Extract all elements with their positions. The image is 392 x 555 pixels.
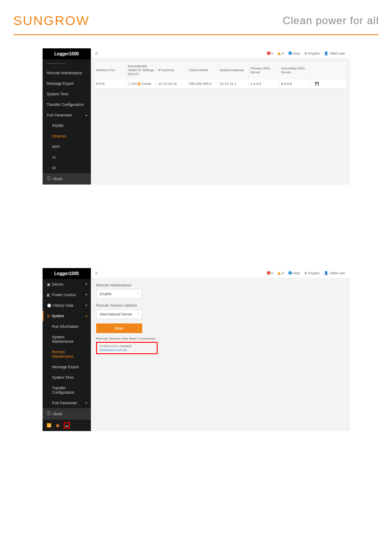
remote-maint-select[interactable]: Enable — [96, 289, 142, 299]
sidebar-label: History Data — [53, 303, 74, 308]
user-label: O&M user — [329, 271, 345, 275]
sidebar-sub-di[interactable]: DI — [43, 163, 91, 173]
sidebar-label: Port Parameter — [47, 113, 72, 117]
sidebar-sub-ai[interactable]: AI — [43, 152, 91, 163]
sidebar-item-history[interactable]: 🕑 History Data ▾ — [43, 300, 91, 311]
chevron-down-icon: ▾ — [86, 293, 87, 297]
triangle-orange-icon — [277, 52, 281, 55]
sidebar-sub-sys-maint[interactable]: System Maintenance — [43, 332, 91, 347]
sidebar-item-system-time[interactable]: System Time — [43, 89, 91, 99]
sidebar-sub-remote-maint[interactable]: Remote Maintenance — [43, 347, 91, 362]
chevron-down-icon: ▾ — [86, 283, 87, 286]
language-label: English — [308, 271, 320, 275]
sidebar-sub-sys-time[interactable]: System Time — [43, 372, 91, 383]
tagline: Clean power for all — [283, 15, 379, 27]
sidebar-item-system[interactable]: ⚙ System ▴ — [43, 311, 91, 321]
sidebar-item-power-control[interactable]: ◧ Power Control ▾ — [43, 290, 91, 300]
alert-orange-count: 0 — [282, 51, 284, 55]
chevron-down-icon: ▾ — [86, 401, 87, 405]
help-link[interactable]: Help — [288, 271, 300, 275]
sidebar-footer: 📶 ▣ ☁ — [43, 420, 91, 431]
chevron-up-icon: ▴ — [86, 113, 87, 117]
ethernet-table: Network Port Automatically Obtain IP Set… — [94, 62, 346, 88]
alert-red-count: 0 — [271, 51, 273, 55]
alert-red-badge[interactable]: 0 — [267, 271, 273, 275]
app-title: Logger1000 — [43, 268, 91, 279]
menu-toggle-icon[interactable]: ≡ — [95, 51, 98, 56]
dot-red-icon — [267, 271, 270, 275]
sidebar-item-remote-maintenance[interactable]: Remote Maintenance — [43, 68, 91, 78]
help-link[interactable]: Help — [288, 51, 300, 55]
user-icon: 👤 — [324, 271, 328, 275]
status-box: A1809xxxxxx connect isolarcloud.com.hk — [96, 342, 158, 354]
status-id: A1809xxxxxx — [100, 344, 119, 348]
sidebar-sub-run-info[interactable]: Run Information — [43, 321, 91, 332]
info-icon: ⓘ — [47, 411, 51, 417]
td-save-icon[interactable]: 💾 — [310, 79, 324, 88]
help-label: Help — [293, 271, 300, 275]
sidebar-sub-ethernet[interactable]: Ethernet — [43, 131, 91, 141]
sidebar-sub-rs485[interactable]: RS485 — [43, 120, 91, 131]
td-dns1[interactable]: 1.2.4.8 — [249, 79, 280, 88]
th-dhcp: Automatically Obtain IP Settings (DHCP) — [126, 62, 157, 79]
sidebar-about[interactable]: ⓘ About — [43, 408, 91, 420]
wifi-icon: 📶 — [46, 422, 52, 428]
eth-icon: ▣ — [55, 422, 61, 428]
sidebar-label: Power Control — [52, 293, 76, 297]
device-icon: ▣ — [47, 283, 50, 287]
language-selector[interactable]: ⊕English — [304, 51, 320, 55]
power-icon: ◧ — [47, 293, 50, 297]
language-selector[interactable]: ⊕English — [304, 271, 320, 275]
td-port: ETH1 — [94, 79, 126, 88]
sidebar: Logger1000 ───────── Remote Maintenance … — [43, 48, 91, 185]
help-label: Help — [293, 51, 300, 55]
clock-icon: 🕑 — [47, 304, 51, 308]
sidebar-item-transfer-config[interactable]: Transfer Configuration — [43, 99, 91, 110]
help-icon — [288, 271, 292, 275]
remote-addr-select[interactable]: International Server — [96, 309, 142, 319]
alert-red-count: 0 — [271, 271, 273, 275]
sidebar: Logger1000 ▣ Device ▾ ◧ Power Control ▾ … — [43, 268, 91, 431]
td-mask[interactable]: 255.255.255.0 — [187, 79, 218, 88]
sidebar-item-device[interactable]: ▣ Device ▾ — [43, 279, 91, 290]
remote-maint-label: Remote Maintenance — [96, 283, 345, 287]
sidebar-item-message-export[interactable]: Message Export — [43, 78, 91, 89]
app-title: Logger1000 — [43, 48, 91, 59]
th-mask: Subnet Mask — [187, 62, 218, 79]
sidebar-item-truncated: ───────── — [43, 59, 91, 68]
td-dns2[interactable]: 8.8.8.8 — [280, 79, 310, 88]
radio-on[interactable] — [128, 82, 131, 86]
th-network-port: Network Port — [94, 62, 126, 79]
user-label: O&M user — [329, 51, 345, 55]
sidebar-sub-port-param[interactable]: Port Parameter ▾ — [43, 398, 91, 408]
dot-red-icon — [267, 51, 270, 55]
topbar: ≡ 0 0 Help ⊕English 👤O&M user — [91, 268, 350, 278]
td-gateway[interactable]: 12.12.12.1 — [218, 79, 249, 88]
cloud-icon[interactable]: ☁ — [64, 422, 70, 428]
status-title: Remote Service Has Been Connected — [96, 337, 345, 341]
sidebar-label: System — [52, 314, 64, 318]
sidebar-sub-wifi[interactable]: WIFI — [43, 141, 91, 152]
sidebar-label: Port Parameter — [52, 401, 78, 405]
radio-close[interactable] — [137, 82, 141, 86]
status-url: isolarcloud.com.hk — [100, 348, 127, 352]
menu-toggle-icon[interactable]: ≡ — [95, 270, 98, 276]
td-ip[interactable]: 12.12.12.12 — [157, 79, 187, 88]
alert-orange-badge[interactable]: 0 — [277, 271, 284, 275]
divider — [13, 34, 379, 35]
sidebar-about[interactable]: ⓘ About — [43, 173, 91, 185]
gear-icon: ⚙ — [47, 314, 50, 318]
user-menu[interactable]: 👤O&M user — [324, 271, 345, 275]
user-menu[interactable]: 👤O&M user — [324, 51, 345, 55]
sidebar-sub-msg-export[interactable]: Message Export — [43, 362, 91, 372]
save-button[interactable]: Save — [96, 323, 142, 333]
alert-orange-badge[interactable]: 0 — [277, 51, 284, 55]
th-gateway: Default Gateway — [218, 62, 249, 79]
sidebar-item-port-parameter[interactable]: Port Parameter ▴ — [43, 110, 91, 120]
alert-red-badge[interactable]: 0 — [267, 51, 273, 55]
radio-close-label: Close — [142, 82, 151, 86]
sidebar-sub-transfer[interactable]: Transfer Configuration — [43, 383, 91, 398]
globe-icon: ⊕ — [304, 271, 307, 275]
user-icon: 👤 — [324, 51, 328, 55]
language-label: English — [308, 51, 320, 55]
